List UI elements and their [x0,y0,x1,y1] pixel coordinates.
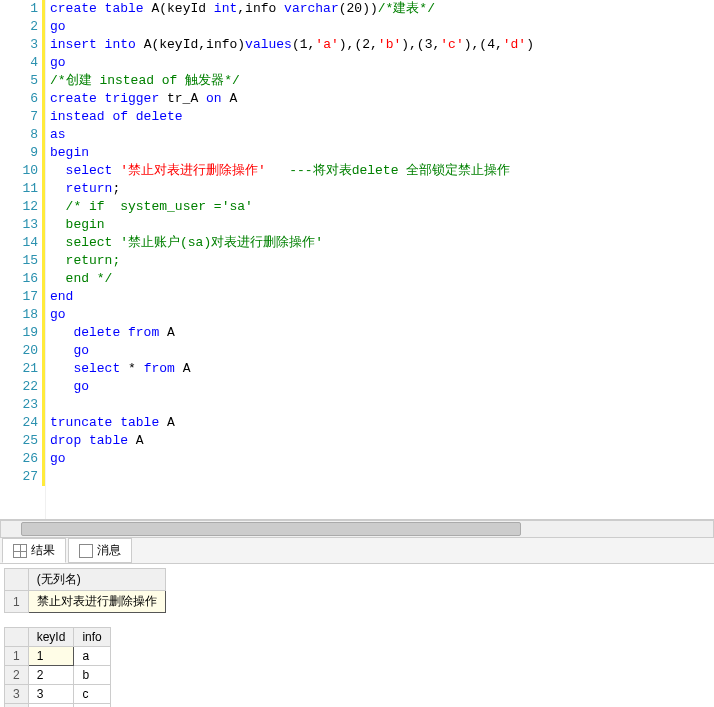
table-row[interactable]: 11a [5,647,111,666]
line-number: 2 [0,18,45,36]
cell-keyid[interactable]: 2 [28,666,74,685]
code-line[interactable]: create trigger tr_A on A [50,90,714,108]
line-number: 5 [0,72,45,90]
col-header-keyid[interactable]: keyId [28,628,74,647]
document-icon [79,544,93,558]
code-line[interactable]: insert into A(keyId,info)values(1,'a'),(… [50,36,714,54]
code-line[interactable]: select '禁止对表进行删除操作' ---将对表delete 全部锁定禁止操… [50,162,714,180]
code-line[interactable]: begin [50,216,714,234]
line-number: 27 [0,468,45,486]
line-number: 7 [0,108,45,126]
code-line[interactable]: go [50,450,714,468]
grid-icon [13,544,27,558]
results-tabstrip: 结果 消息 [0,538,714,564]
scrollbar-thumb[interactable] [21,522,521,536]
code-line[interactable]: go [50,342,714,360]
table-row[interactable]: 33c [5,685,111,704]
cell-keyid[interactable]: 4 [28,704,74,708]
line-number: 12 [0,198,45,216]
table-row[interactable]: 22b [5,666,111,685]
cell-info[interactable]: c [74,685,110,704]
sql-editor[interactable]: 1234567891011121314151617181920212223242… [0,0,714,520]
code-line[interactable]: end */ [50,270,714,288]
line-number: 25 [0,432,45,450]
row-header-blank [5,628,29,647]
code-line[interactable]: as [50,126,714,144]
line-number: 13 [0,216,45,234]
row-header[interactable]: 3 [5,685,29,704]
code-line[interactable]: delete from A [50,324,714,342]
row-header-1[interactable]: 1 [5,591,29,613]
code-line[interactable]: end [50,288,714,306]
line-number: 24 [0,414,45,432]
code-line[interactable]: go [50,378,714,396]
line-number: 10 [0,162,45,180]
code-line[interactable]: select * from A [50,360,714,378]
line-number: 16 [0,270,45,288]
line-number: 17 [0,288,45,306]
line-number: 20 [0,342,45,360]
row-header-blank [5,569,29,591]
line-number: 15 [0,252,45,270]
col-header-info[interactable]: info [74,628,110,647]
result-grid-2[interactable]: keyId info 11a22b33c44d [4,627,111,707]
code-line[interactable] [50,468,714,486]
tab-results-label: 结果 [31,542,55,559]
cell-keyid[interactable]: 1 [28,647,74,666]
cell-info[interactable]: d [74,704,110,708]
tab-messages[interactable]: 消息 [68,538,132,563]
code-line[interactable]: return; [50,252,714,270]
code-line[interactable]: drop table A [50,432,714,450]
line-number: 23 [0,396,45,414]
row-header[interactable]: 2 [5,666,29,685]
line-number: 18 [0,306,45,324]
code-line[interactable]: /* if system_user ='sa' [50,198,714,216]
result1-cell[interactable]: 禁止对表进行删除操作 [28,591,165,613]
code-line[interactable]: go [50,306,714,324]
row-header[interactable]: 4 [5,704,29,708]
code-line[interactable]: create table A(keyId int,info varchar(20… [50,0,714,18]
line-number: 8 [0,126,45,144]
line-number: 19 [0,324,45,342]
line-number: 9 [0,144,45,162]
line-number-gutter: 1234567891011121314151617181920212223242… [0,0,46,519]
line-number: 21 [0,360,45,378]
code-line[interactable]: select '禁止账户(sa)对表进行删除操作' [50,234,714,252]
row-header[interactable]: 1 [5,647,29,666]
result-grid-1[interactable]: (无列名) 1 禁止对表进行删除操作 [4,568,166,613]
line-number: 6 [0,90,45,108]
col-header-noname[interactable]: (无列名) [28,569,165,591]
tab-messages-label: 消息 [97,542,121,559]
code-content[interactable]: create table A(keyId int,info varchar(20… [46,0,714,519]
line-number: 26 [0,450,45,468]
line-number: 22 [0,378,45,396]
code-line[interactable]: go [50,54,714,72]
code-line[interactable]: go [50,18,714,36]
code-line[interactable]: begin [50,144,714,162]
cell-info[interactable]: a [74,647,110,666]
horizontal-scrollbar[interactable] [0,520,714,538]
code-line[interactable]: return; [50,180,714,198]
results-pane: (无列名) 1 禁止对表进行删除操作 keyId info 11a22b33c4… [0,564,714,707]
line-number: 14 [0,234,45,252]
line-number: 11 [0,180,45,198]
cell-keyid[interactable]: 3 [28,685,74,704]
line-number: 4 [0,54,45,72]
cell-info[interactable]: b [74,666,110,685]
code-line[interactable]: truncate table A [50,414,714,432]
code-line[interactable]: /*创建 instead of 触发器*/ [50,72,714,90]
code-line[interactable] [50,396,714,414]
code-line[interactable]: instead of delete [50,108,714,126]
line-number: 3 [0,36,45,54]
tab-results[interactable]: 结果 [2,538,66,563]
table-row[interactable]: 44d [5,704,111,708]
line-number: 1 [0,0,45,18]
